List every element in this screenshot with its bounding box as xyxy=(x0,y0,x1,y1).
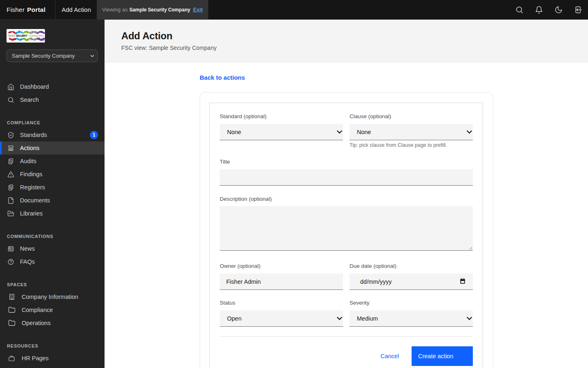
svg-text:CONSULTING: CONSULTING xyxy=(29,34,44,37)
svg-text:FISHER: FISHER xyxy=(8,34,16,37)
svg-text:SECURITY: SECURITY xyxy=(16,34,28,37)
